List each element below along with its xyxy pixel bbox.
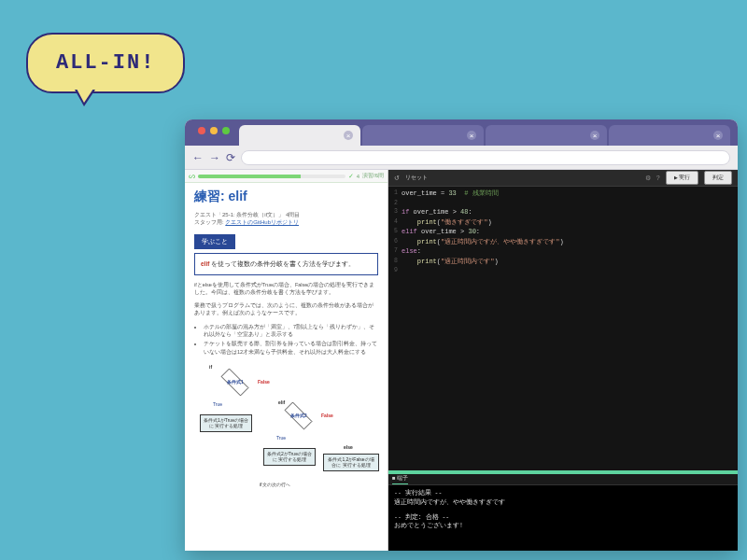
progress-count: 4: [357, 174, 359, 179]
speech-bubble: ALL-IN!: [26, 33, 185, 93]
tab-1[interactable]: ×: [239, 125, 360, 146]
tabs: × × × ×: [239, 125, 738, 146]
close-icon[interactable]: [198, 127, 205, 134]
nav-bar: ← → ⟳: [185, 146, 738, 170]
tab-2[interactable]: ×: [362, 125, 484, 146]
lesson-content: 練習: elif クエスト「25-1: 条件分岐（if文）」 4問目 スタッフ用…: [185, 183, 388, 495]
tab-3[interactable]: ×: [486, 125, 607, 146]
code-pane: ↺ リセット ⚙ ? 実行 判定 1over_time = 33 # 残業時間2…: [388, 170, 738, 551]
paragraph: ifとelseを使用して条件式がTrueの場合、Falseの場合の処理を実行でき…: [194, 281, 378, 297]
bullet-list: ホテルの部屋の混み方が「満室」、7割以上なら「残りわずか」、それ以外なら「空室あ…: [194, 323, 378, 357]
reset-icon[interactable]: ↺: [394, 175, 400, 182]
lesson-meta: クエスト「25-1: 条件分岐（if文）」 4問目 スタッフ用: クエストのGi…: [194, 211, 378, 227]
close-tab-icon[interactable]: ×: [713, 131, 723, 140]
terminal-tabs: ■ 端子: [388, 474, 738, 485]
judge-button[interactable]: 判定: [704, 171, 732, 185]
minimize-icon[interactable]: [210, 127, 218, 134]
back-icon[interactable]: ←: [192, 151, 204, 164]
lesson-title: 練習: elif: [194, 189, 378, 205]
settings-icon[interactable]: ⚙: [645, 175, 651, 182]
tab-bar: × × × ×: [185, 119, 738, 146]
help-icon[interactable]: ?: [656, 175, 660, 181]
list-item: ホテルの部屋の混み方が「満室」、7割以上なら「残りわずか」、それ以外なら「空室あ…: [204, 323, 378, 340]
reload-icon[interactable]: ⟳: [226, 151, 235, 164]
close-tab-icon[interactable]: ×: [344, 131, 353, 140]
address-bar[interactable]: [241, 150, 730, 165]
terminal-output: -- 実行結果 -- 適正時間内ですが、やや働きすぎです -- 判定: 合格 -…: [388, 485, 738, 551]
progress-bar: ᔕ ✓ 4 演習/6問: [185, 170, 388, 183]
maximize-icon[interactable]: [222, 127, 230, 134]
code-editor[interactable]: 1over_time = 33 # 残業時間23if over_time > 4…: [388, 187, 738, 470]
terminal-tab[interactable]: ■ 端子: [392, 474, 408, 484]
reset-button[interactable]: リセット: [405, 174, 428, 182]
run-button[interactable]: 実行: [666, 171, 698, 185]
close-tab-icon[interactable]: ×: [590, 131, 599, 140]
forward-icon[interactable]: →: [209, 151, 220, 164]
progress-label: 演習/6問: [362, 172, 384, 180]
flowchart: if 条件式1 False True 条件式1がTrueの場合に 実行する処理 …: [194, 362, 378, 489]
window-controls: [192, 119, 239, 134]
paragraph: 業務で扱うプログラムでは、次のように、複数の条件分岐がある場合があります。例えば…: [194, 301, 378, 317]
learn-box: elif を使って複数の条件分岐を書く方法を学びます。: [194, 253, 378, 275]
editor-toolbar: ↺ リセット ⚙ ? 実行 判定: [388, 170, 738, 187]
lesson-pane: ᔕ ✓ 4 演習/6問 練習: elif クエスト「25-1: 条件分岐（if文…: [185, 170, 388, 551]
tab-4[interactable]: ×: [609, 125, 730, 146]
check-icon: ✓: [348, 173, 354, 180]
list-item: チケットを販売する際、割引券を持っている場合は割引料金、持っていない場合は12才…: [204, 340, 378, 357]
github-link[interactable]: クエストのGitHubリポジトリ: [225, 219, 299, 225]
logo-icon: ᔕ: [189, 172, 195, 180]
close-tab-icon[interactable]: ×: [467, 131, 476, 140]
content-area: ᔕ ✓ 4 演習/6問 練習: elif クエスト「25-1: 条件分岐（if文…: [185, 170, 738, 551]
section-header: 学ぶこと: [194, 234, 235, 249]
browser-window: × × × × ← → ⟳ ᔕ ✓ 4 演習/6問 練習: elif クエスト「…: [185, 119, 738, 551]
